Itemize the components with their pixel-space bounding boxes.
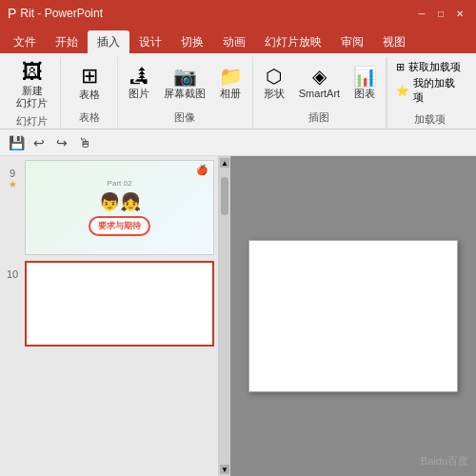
get-addins-button[interactable]: ⊞ 获取加载项 xyxy=(393,59,466,75)
group-image-items: 🏞 图片 📷 屏幕截图 📁 相册 xyxy=(122,59,248,109)
tab-transition[interactable]: 切换 xyxy=(171,30,213,53)
undo-button[interactable]: ↩ xyxy=(29,132,50,153)
table-button[interactable]: ⊞ 表格 xyxy=(72,63,107,104)
slide-star-9: ★ xyxy=(9,179,17,189)
title-text: Rit - PowerPoint xyxy=(20,7,103,20)
smartart-button[interactable]: ◈ SmartArt xyxy=(295,64,344,103)
group-image-label: 图像 xyxy=(174,110,195,127)
slide-9-part: Part 02 xyxy=(108,179,132,188)
screenshot-icon: 📷 xyxy=(173,67,197,86)
tab-review[interactable]: 审阅 xyxy=(331,30,373,53)
ribbon-content: 🖼 新建幻灯片 幻灯片 ⊞ 表格 表格 🏞 图片 📷 屏幕截图 xyxy=(0,53,476,129)
tab-design[interactable]: 设计 xyxy=(129,30,171,53)
my-addins-label: 我的加载项 xyxy=(413,76,464,105)
scroll-thumb[interactable] xyxy=(221,177,228,215)
tab-start[interactable]: 开始 xyxy=(46,30,88,53)
chart-label: 图表 xyxy=(354,88,375,100)
slide-thumb-9[interactable]: Part 02 👦👧 要求与期待 🍎 xyxy=(25,160,214,255)
table-icon: ⊞ xyxy=(81,66,98,87)
group-illustration: ⬡ 形状 ◈ SmartArt 📊 图表 插图 xyxy=(253,57,387,129)
slide-canvas[interactable] xyxy=(248,240,458,392)
screenshot-label: 屏幕截图 xyxy=(164,88,206,100)
picture-button[interactable]: 🏞 图片 xyxy=(122,64,156,103)
slide-thumb-10[interactable] xyxy=(25,261,214,347)
get-addins-label: 获取加载项 xyxy=(408,60,461,74)
picture-label: 图片 xyxy=(129,88,149,100)
group-slides: 🖼 新建幻灯片 幻灯片 xyxy=(4,57,61,129)
title-bar: P Rit - PowerPoint ─ □ ✕ xyxy=(0,0,476,27)
tab-slideshow[interactable]: 幻灯片放映 xyxy=(255,30,331,53)
slide-number-10: 10 xyxy=(4,261,21,280)
save-button[interactable]: 💾 xyxy=(6,132,27,153)
new-slide-label: 新建幻灯片 xyxy=(16,85,48,109)
slide-9-deco: 🍎 xyxy=(196,165,208,175)
addins-group-label: 加载项 xyxy=(393,112,466,127)
group-illustration-items: ⬡ 形状 ◈ SmartArt 📊 图表 xyxy=(257,59,382,109)
redo-button[interactable]: ↪ xyxy=(51,132,72,153)
group-addins: ⊞ 获取加载项 ⭐ 我的加载项 加载项 xyxy=(387,57,472,129)
new-slide-button[interactable]: 🖼 新建幻灯片 xyxy=(12,59,51,112)
smartart-label: SmartArt xyxy=(299,88,340,100)
slide-9-illustration: 👦👧 xyxy=(99,191,141,212)
slide-number-9: 9 ★ xyxy=(4,160,21,189)
album-button[interactable]: 📁 相册 xyxy=(213,64,248,103)
main-area: 9 ★ Part 02 👦👧 要求与期待 🍎 10 xyxy=(0,156,476,476)
smartart-icon: ◈ xyxy=(312,67,327,86)
shape-icon: ⬡ xyxy=(266,67,282,86)
my-addins-button[interactable]: ⭐ 我的加载项 xyxy=(393,75,466,106)
picture-icon: 🏞 xyxy=(129,67,149,86)
shape-label: 形状 xyxy=(264,88,285,100)
kids-icon: 👦👧 xyxy=(99,191,141,212)
quick-access-toolbar: 💾 ↩ ↪ 🖱 xyxy=(0,129,476,156)
chart-button[interactable]: 📊 图表 xyxy=(347,64,382,103)
new-slide-icon: 🖼 xyxy=(22,62,43,83)
ribbon-tabs: 文件 开始 插入 设计 切换 动画 幻灯片放映 审阅 视图 xyxy=(0,27,476,53)
album-label: 相册 xyxy=(220,88,241,100)
close-button[interactable]: ✕ xyxy=(451,5,468,22)
group-illustration-label: 插图 xyxy=(308,110,329,127)
tab-view[interactable]: 视图 xyxy=(373,30,415,53)
slide-9-content: Part 02 👦👧 要求与期待 🍎 xyxy=(26,161,213,254)
group-image: 🏞 图片 📷 屏幕截图 📁 相册 图像 xyxy=(118,57,253,129)
tab-insert[interactable]: 插入 xyxy=(88,30,129,53)
watermark: Baidu百度 xyxy=(421,454,468,468)
tab-file[interactable]: 文件 xyxy=(4,30,46,53)
group-table-label: 表格 xyxy=(79,110,100,127)
slide-9-title: 要求与期待 xyxy=(89,216,150,236)
slide-item-10: 10 xyxy=(4,261,214,347)
maximize-button[interactable]: □ xyxy=(432,5,449,22)
get-addins-icon: ⊞ xyxy=(396,61,405,73)
scroll-up-arrow[interactable]: ▲ xyxy=(220,158,229,168)
scroll-down-arrow[interactable]: ▼ xyxy=(220,465,229,474)
slide-item-9: 9 ★ Part 02 👦👧 要求与期待 🍎 xyxy=(4,160,214,255)
screenshot-button[interactable]: 📷 屏幕截图 xyxy=(160,64,209,103)
cursor-button[interactable]: 🖱 xyxy=(74,132,95,153)
tab-animation[interactable]: 动画 xyxy=(213,30,255,53)
my-addins-icon: ⭐ xyxy=(396,85,409,97)
chart-icon: 📊 xyxy=(353,67,377,86)
table-label: 表格 xyxy=(79,89,100,101)
canvas-area: Baidu百度 xyxy=(230,156,476,476)
window-controls: ─ □ ✕ xyxy=(413,5,468,22)
slide-panel-scrollbar[interactable]: ▲ ▼ xyxy=(219,156,230,476)
group-slides-items: 🖼 新建幻灯片 xyxy=(12,59,51,112)
shape-button[interactable]: ⬡ 形状 xyxy=(257,64,291,103)
slide-panel[interactable]: 9 ★ Part 02 👦👧 要求与期待 🍎 10 xyxy=(0,156,219,476)
album-icon: 📁 xyxy=(219,67,243,86)
app-icon: P xyxy=(8,6,16,21)
group-table: ⊞ 表格 表格 xyxy=(61,57,118,129)
minimize-button[interactable]: ─ xyxy=(413,5,430,22)
group-slides-label: 幻灯片 xyxy=(16,114,48,130)
group-table-items: ⊞ 表格 xyxy=(72,59,107,109)
addins-items: ⊞ 获取加载项 ⭐ 我的加载项 加载项 xyxy=(387,57,472,129)
